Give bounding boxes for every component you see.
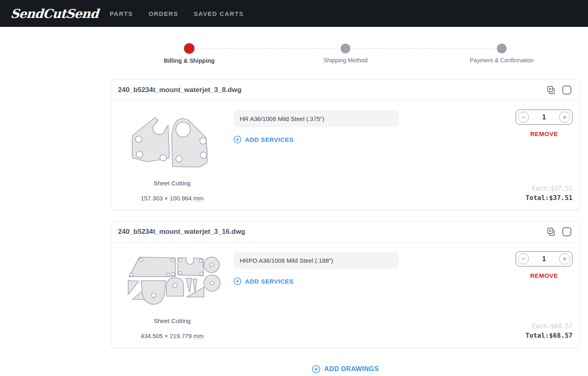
cart-item-body: Sheet Cutting 434.505 × 219.779 mm HRPO … — [111, 242, 579, 347]
sendcutsend-logo[interactable]: SendCutSend — [10, 7, 99, 21]
quantity-stepper: − 1 + — [516, 110, 573, 125]
dimensions-value: 434.505 × 219.779 — [141, 332, 192, 339]
material-select[interactable]: HR A36/1008 Mild Steel (.375") — [234, 110, 399, 127]
add-services-label: ADD SERVICES — [245, 278, 293, 285]
part-dimensions: 434.505 × 219.779 mm — [141, 332, 204, 339]
header-actions — [546, 85, 571, 95]
step-shipping-method[interactable]: Shipping Method — [267, 43, 424, 64]
nav-item-saved-carts[interactable]: SAVED CARTS — [194, 10, 244, 17]
price-each: Each:$37.51 — [525, 185, 573, 192]
process-label: Sheet Cutting — [154, 317, 191, 324]
step-dot — [341, 44, 350, 53]
increase-quantity-button[interactable]: + — [559, 112, 570, 123]
dimensions-unit[interactable]: mm — [193, 195, 203, 202]
add-services-label: ADD SERVICES — [245, 136, 293, 143]
dimensions-value: 157.303 × 100.964 — [141, 195, 192, 202]
part-preview-column: Sheet Cutting 157.303 × 100.964 mm — [121, 110, 223, 202]
part-filename: 240_b5234t_mount_waterjet_3_16.dwg — [118, 228, 245, 236]
step-dot — [497, 44, 507, 53]
circle-plus-icon — [234, 277, 241, 285]
circle-plus-icon — [312, 365, 320, 373]
increase-quantity-button[interactable]: + — [559, 253, 570, 264]
circle-plus-icon — [234, 136, 241, 143]
price-each: Each:$68.57 — [525, 323, 573, 330]
cart-item-card: 240_b5234t_mount_waterjet_3_8.dwg — [111, 79, 580, 210]
cart-item-body: Sheet Cutting 157.303 × 100.964 mm HR A3… — [111, 101, 579, 210]
price-summary: Each:$37.51 Total:$37.51 — [525, 185, 573, 202]
nav-links: PARTS ORDERS SAVED CARTS — [110, 10, 244, 17]
process-label: Sheet Cutting — [154, 180, 191, 187]
add-drawings-button[interactable]: ADD DRAWINGS — [312, 365, 379, 373]
step-label: Payment & Confirmation — [470, 57, 533, 64]
quantity-value: 1 — [542, 114, 546, 121]
decrease-quantity-button[interactable]: − — [518, 112, 529, 123]
select-part-checkbox[interactable] — [562, 227, 571, 236]
step-label: Shipping Method — [324, 57, 368, 64]
part-dimensions: 157.303 × 100.964 mm — [141, 195, 204, 202]
part-config-column: HR A36/1008 Mild Steel (.375") ADD SERVI… — [234, 110, 511, 202]
checkout-progress-stepper: Billing & Shipping Shipping Method Payme… — [111, 43, 580, 64]
quantity-controls: − 1 + REMOVE — [516, 251, 573, 279]
cart-item-header: 240_b5234t_mount_waterjet_3_16.dwg — [111, 222, 579, 242]
add-drawings-row: ADD DRAWINGS — [111, 365, 580, 373]
remove-part-button[interactable]: REMOVE — [530, 272, 558, 279]
material-select[interactable]: HRPO A36/1008 Mild Steel (.188") — [234, 252, 399, 269]
top-navigation: SendCutSend PARTS ORDERS SAVED CARTS — [0, 0, 588, 27]
header-actions — [546, 227, 571, 237]
remove-part-button[interactable]: REMOVE — [530, 130, 558, 137]
part-preview-image — [123, 251, 221, 308]
duplicate-icon[interactable] — [546, 85, 556, 95]
part-config-column: HRPO A36/1008 Mild Steel (.188") ADD SER… — [234, 251, 511, 339]
part-preview-image — [123, 110, 221, 171]
checkout-content: Billing & Shipping Shipping Method Payme… — [111, 43, 580, 373]
step-payment-confirmation[interactable]: Payment & Confirmation — [424, 43, 580, 64]
part-filename: 240_b5234t_mount_waterjet_3_8.dwg — [118, 86, 241, 94]
cart-item-card: 240_b5234t_mount_waterjet_3_16.dwg — [111, 221, 580, 348]
duplicate-icon[interactable] — [546, 227, 556, 237]
dimensions-unit[interactable]: mm — [193, 332, 203, 340]
quantity-controls: − 1 + REMOVE — [516, 110, 573, 137]
add-drawings-label: ADD DRAWINGS — [324, 365, 379, 373]
step-billing-shipping[interactable]: Billing & Shipping — [111, 43, 267, 64]
price-total: Total:$68.57 — [525, 332, 573, 339]
price-total: Total:$37.51 — [525, 194, 573, 202]
decrease-quantity-button[interactable]: − — [518, 253, 529, 264]
price-summary: Each:$68.57 Total:$68.57 — [525, 323, 573, 339]
part-actions-column: − 1 + REMOVE Each:$68.57 Total:$68.57 — [516, 251, 573, 339]
add-services-link[interactable]: ADD SERVICES — [234, 136, 293, 143]
part-preview-column: Sheet Cutting 434.505 × 219.779 mm — [121, 251, 223, 339]
cart-item-header: 240_b5234t_mount_waterjet_3_8.dwg — [111, 80, 579, 100]
select-part-checkbox[interactable] — [562, 86, 571, 95]
add-services-link[interactable]: ADD SERVICES — [234, 277, 293, 285]
part-actions-column: − 1 + REMOVE Each:$37.51 Total:$37.51 — [516, 110, 573, 202]
quantity-stepper: − 1 + — [516, 251, 573, 266]
nav-item-orders[interactable]: ORDERS — [149, 10, 178, 17]
nav-item-parts[interactable]: PARTS — [110, 10, 133, 17]
quantity-value: 1 — [542, 255, 546, 263]
step-dot-active — [184, 43, 195, 54]
step-label: Billing & Shipping — [164, 57, 215, 64]
